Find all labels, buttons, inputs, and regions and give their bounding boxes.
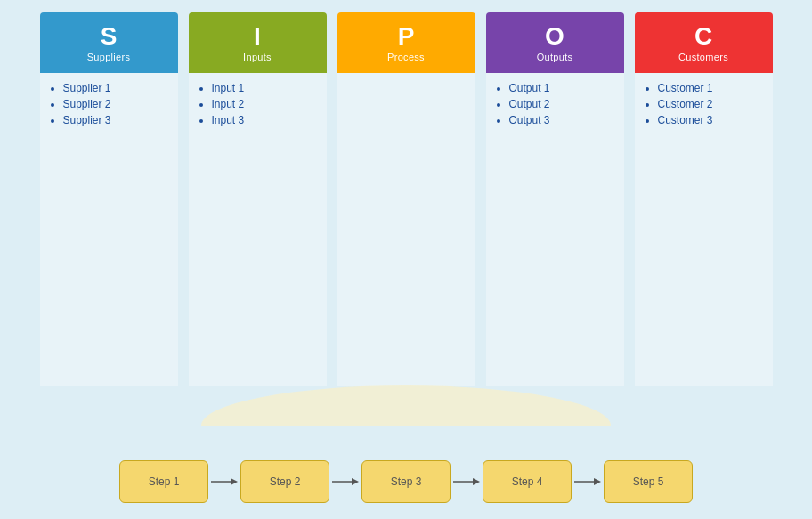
step-box-1: Step 1 (119, 460, 208, 503)
sipoc-column-p: PProcess (337, 12, 475, 386)
o-list: Output 1Output 2Output 3 (500, 82, 617, 126)
c-body: Customer 1Customer 2Customer 3 (635, 73, 773, 386)
step-arrow-1 (208, 475, 240, 488)
arch-area (192, 377, 620, 426)
list-item: Customer 1 (658, 82, 766, 94)
list-item: Supplier 3 (63, 114, 171, 126)
o-letter: O (545, 23, 564, 51)
c-title: Customers (678, 52, 728, 62)
p-header: PProcess (337, 12, 475, 73)
sipoc-column-i: IInputsInput 1Input 2Input 3 (189, 12, 327, 386)
c-list: Customer 1Customer 2Customer 3 (649, 82, 766, 126)
list-item: Customer 2 (658, 98, 766, 110)
p-title: Process (387, 52, 425, 62)
s-body: Supplier 1Supplier 2Supplier 3 (40, 73, 178, 386)
svg-marker-8 (594, 478, 601, 485)
list-item: Output 3 (509, 114, 617, 126)
list-item: Supplier 2 (63, 98, 171, 110)
c-header: CCustomers (635, 12, 773, 73)
o-body: Output 1Output 2Output 3 (486, 73, 624, 386)
s-header: SSuppliers (40, 12, 178, 73)
s-list: Supplier 1Supplier 2Supplier 3 (54, 82, 171, 126)
svg-marker-2 (231, 478, 238, 485)
list-item: Input 1 (212, 82, 320, 94)
step-box-5: Step 5 (604, 460, 693, 503)
p-letter: P (398, 23, 415, 51)
step-arrow-3 (451, 475, 483, 488)
list-item: Input 2 (212, 98, 320, 110)
sipoc-column-o: OOutputsOutput 1Output 2Output 3 (486, 12, 624, 386)
list-item: Output 2 (509, 98, 617, 110)
c-letter: C (694, 23, 712, 51)
i-title: Inputs (243, 52, 272, 62)
list-item: Output 1 (509, 82, 617, 94)
s-letter: S (101, 23, 118, 51)
i-body: Input 1Input 2Input 3 (189, 73, 327, 386)
list-item: Customer 3 (658, 114, 766, 126)
i-list: Input 1Input 2Input 3 (203, 82, 320, 126)
list-item: Supplier 1 (63, 82, 171, 94)
step-box-2: Step 2 (240, 460, 329, 503)
o-title: Outputs (537, 52, 573, 62)
s-title: Suppliers (87, 52, 131, 62)
step-arrow-2 (329, 475, 361, 488)
list-item: Input 3 (212, 114, 320, 126)
main-container: SSuppliersSupplier 1Supplier 2Supplier 3… (0, 0, 812, 519)
i-header: IInputs (189, 12, 327, 73)
steps-area: Step 1 Step 2 Step 3 Step 4 Step 5 (72, 460, 740, 503)
sipoc-area: SSuppliersSupplier 1Supplier 2Supplier 3… (0, 0, 812, 401)
sipoc-column-c: CCustomersCustomer 1Customer 2Customer 3 (635, 12, 773, 386)
svg-marker-4 (352, 478, 359, 485)
sipoc-column-s: SSuppliersSupplier 1Supplier 2Supplier 3 (40, 12, 178, 386)
p-body (337, 73, 475, 386)
i-letter: I (254, 23, 261, 51)
svg-marker-6 (473, 478, 480, 485)
o-header: OOutputs (486, 12, 624, 73)
step-box-3: Step 3 (361, 460, 451, 503)
step-arrow-4 (572, 475, 604, 488)
step-box-4: Step 4 (483, 460, 572, 503)
svg-point-0 (201, 385, 611, 426)
